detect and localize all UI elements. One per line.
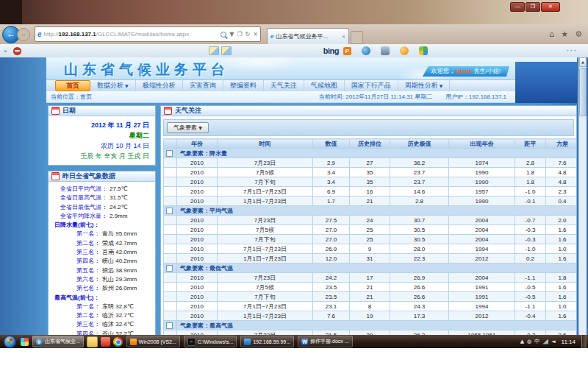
nav-dropdown-icon: ▼ xyxy=(125,83,129,88)
maximize-button[interactable]: ❐ xyxy=(526,2,540,12)
nav-item-首页[interactable]: 首页 xyxy=(55,80,90,91)
tab-close-icon[interactable]: × xyxy=(342,33,345,40)
favorites-star-icon[interactable]: ★ xyxy=(561,29,568,39)
page-viewport: 山东省气候业务平台 欢迎您，admin 先生/小姐! 首页数据分析▼极端性分析灾… xyxy=(0,57,588,335)
close-button[interactable]: ✕ xyxy=(541,2,560,12)
stat-label: 第七名： xyxy=(51,284,100,293)
taskbar-clock[interactable]: 11:14 xyxy=(562,339,576,345)
table-cell: 2010 xyxy=(177,225,218,235)
nav-item-天气关注[interactable]: 天气关注 xyxy=(264,80,304,91)
settings-gear-icon[interactable]: ⚙ xyxy=(575,29,582,39)
show-desktop-button[interactable] xyxy=(581,335,587,348)
table-cell: 2012 xyxy=(449,254,515,263)
photo-icon[interactable] xyxy=(209,46,219,55)
mail-icon[interactable] xyxy=(221,46,232,55)
stat-label: 全省日平均气温： xyxy=(51,185,107,194)
media-player-icon[interactable] xyxy=(101,337,110,347)
more-options-icon[interactable]: ··· xyxy=(567,47,578,54)
stat-value: 招远 38.9mm xyxy=(102,266,137,275)
ic-cmd-icon: > xyxy=(187,338,196,346)
camera-icon[interactable] xyxy=(381,46,390,55)
table-cell: 26.6 xyxy=(390,283,449,292)
taskbar-ie-window[interactable]: e 山东省气候业... xyxy=(32,336,84,347)
group-checkbox[interactable] xyxy=(166,208,173,214)
table-cell: 7月1日~7月23日 xyxy=(218,187,313,197)
search-icon[interactable] xyxy=(220,32,226,38)
table-row: 20107月23日27.52430.72004-0.72.0 xyxy=(164,216,578,225)
taskbar-window-button[interactable]: W操作手册.docx ... xyxy=(298,336,353,347)
nav-item-数据分析[interactable]: 数据分析▼ xyxy=(90,80,136,91)
table-cell: 2.9 xyxy=(313,158,350,168)
table-cell: 2010 xyxy=(177,168,218,177)
taskbar-window-button[interactable]: 192.168.59.99... xyxy=(240,336,294,347)
element-selector-button[interactable]: 气象要素 ▼ xyxy=(167,122,209,133)
column-header: 年份 xyxy=(177,139,218,149)
scroll-up-icon[interactable]: ▲ xyxy=(579,57,587,67)
nav-item-整编资料[interactable]: 整编资料 xyxy=(223,80,264,91)
start-button[interactable] xyxy=(4,336,16,348)
tray-expand-icon[interactable]: ▲ xyxy=(520,339,524,344)
group-checkbox[interactable] xyxy=(166,322,173,329)
network-icon[interactable] xyxy=(542,339,548,344)
address-bar[interactable]: e http://192.168.137.1/GLCCLIMATE/module… xyxy=(35,26,261,42)
header-checkbox-cell xyxy=(164,139,177,149)
forward-button[interactable]: → xyxy=(17,28,30,41)
vertical-scrollbar[interactable]: ▲ xyxy=(578,57,587,335)
taskbar-window-button[interactable]: >C:\Windows\s... xyxy=(184,336,237,347)
volume-icon[interactable]: ◄ xyxy=(551,339,555,344)
chrome-icon[interactable] xyxy=(113,337,123,347)
minimize-button[interactable]: — xyxy=(510,2,525,12)
stat-row: 第三名：莒南 42.0mm xyxy=(51,248,152,257)
compat-page-icon[interactable]: ❐ xyxy=(237,31,242,38)
stat-value: 苍山 32.2℃ xyxy=(102,330,134,335)
stat-value: 2.9mm xyxy=(110,212,127,221)
stop-icon[interactable]: × xyxy=(253,31,258,38)
nav-item-国家下行产品[interactable]: 国家下行产品 xyxy=(345,80,398,91)
new-tab-button[interactable] xyxy=(351,31,363,44)
table-cell: 4.8 xyxy=(546,177,578,187)
table-cell: -0.5 xyxy=(515,283,546,292)
tray-update-icon[interactable]: ◍ xyxy=(527,339,531,344)
table-cell: 7月下旬 xyxy=(218,177,313,187)
toolbar-close-icon[interactable]: × xyxy=(4,48,7,54)
dropdown-icon[interactable]: ▼ xyxy=(229,31,234,38)
row-lead-cell xyxy=(164,216,177,225)
coins-icon[interactable] xyxy=(362,46,370,55)
url-path: /GLCCLIMATE/modules/home.aspx xyxy=(96,31,190,38)
table-cell: 35 xyxy=(350,177,390,187)
browser-tab[interactable]: e 山东省气候业务平... × xyxy=(267,28,349,45)
stat-row: 第一名：东明 32.8℃ xyxy=(51,302,152,311)
scrollbar-thumb[interactable] xyxy=(579,68,587,116)
system-tray: ▲ ◍ 中 ◄ 11:14 xyxy=(520,335,587,348)
table-cell: 2010 xyxy=(177,158,218,168)
table-cell: -1.1 xyxy=(515,273,546,283)
table-row: 20107月5候27.02530.52004-0.31.6 xyxy=(164,225,578,235)
stat-label: 第六名： xyxy=(51,275,100,284)
quick-launch-icon[interactable] xyxy=(21,338,29,346)
p-badge-icon[interactable]: P xyxy=(343,47,351,55)
explorer-icon[interactable] xyxy=(87,336,98,347)
table-cell: 1.0 xyxy=(546,302,578,311)
group-checkbox[interactable] xyxy=(166,150,173,157)
bing-logo[interactable]: bing xyxy=(323,46,339,55)
nav-item-灾害查询[interactable]: 灾害查询 xyxy=(183,80,223,91)
group-checkbox[interactable] xyxy=(166,265,173,272)
nav-item-周期性分析[interactable]: 周期性分析▼ xyxy=(398,80,451,91)
table-cell: 2012 xyxy=(449,311,515,321)
row-lead-cell xyxy=(164,283,177,292)
calendar-lunar-date: 农历 10 月 14 日 xyxy=(54,141,149,151)
calendar-panel-header: 日期 xyxy=(49,106,155,116)
toolbar-logo-icon[interactable] xyxy=(13,47,21,55)
table-cell: 1974 xyxy=(449,158,515,168)
tray-language-icon[interactable]: 中 xyxy=(534,338,539,345)
nav-item-气候地图[interactable]: 气候地图 xyxy=(304,80,345,91)
nav-dropdown-icon: ▼ xyxy=(440,83,443,88)
assistant-icon[interactable] xyxy=(400,46,409,55)
table-cell: 0.2 xyxy=(515,254,546,263)
stat-row: 第二名：临沂 32.7℃ xyxy=(51,311,152,320)
taskbar-window-button[interactable]: Win2008 (VS2... xyxy=(126,336,180,347)
refresh-icon[interactable]: ↻ xyxy=(245,31,251,38)
home-icon[interactable]: ⌂ xyxy=(549,29,554,39)
nav-item-极端性分析[interactable]: 极端性分析 xyxy=(136,80,183,91)
apps-grid-icon[interactable] xyxy=(419,46,428,55)
